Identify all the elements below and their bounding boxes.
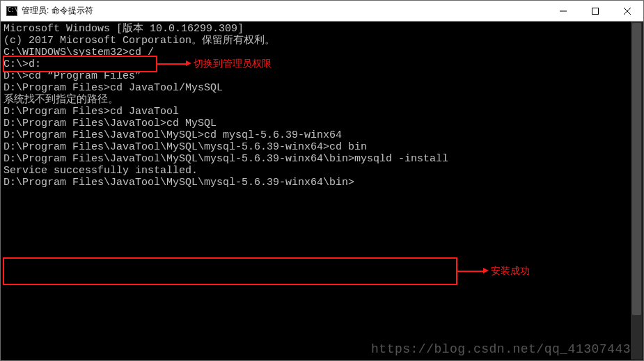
terminal-line: 系统找不到指定的路径。 xyxy=(3,94,641,106)
terminal-line: Microsoft Windows [版本 10.0.16299.309] xyxy=(3,23,641,35)
terminal-line: Service successfully installed. xyxy=(3,165,641,177)
svg-rect-1 xyxy=(592,8,599,15)
cmd-icon: C:\ xyxy=(6,6,17,16)
terminal-line: D:\Program Files\JavaTool\MySQL>cd mysql… xyxy=(3,129,641,141)
terminal-line: C:\>d: xyxy=(3,58,641,70)
terminal-output[interactable]: Microsoft Windows [版本 10.0.16299.309](c)… xyxy=(1,22,643,360)
scrollbar-vertical[interactable] xyxy=(631,22,643,360)
terminal-line: C:\WINDOWS\system32>cd / xyxy=(3,47,641,58)
terminal-line: D:\Program Files\JavaTool\MySQL\mysql-5.… xyxy=(3,153,641,165)
window-title: 管理员: 命令提示符 xyxy=(22,5,93,17)
close-button[interactable] xyxy=(611,1,643,22)
terminal-line: (c) 2017 Microsoft Corporation。保留所有权利。 xyxy=(3,35,641,47)
maximize-button[interactable] xyxy=(579,1,611,22)
cmd-window: C:\ 管理员: 命令提示符 Microsoft Windows [版本 10.… xyxy=(0,0,644,361)
scrollbar-thumb[interactable] xyxy=(632,23,641,315)
window-controls xyxy=(547,1,643,22)
terminal-line: D:\Program Files\JavaTool\MySQL\mysql-5.… xyxy=(3,141,641,153)
terminal-line: D:\Program Files\JavaTool\MySQL\mysql-5.… xyxy=(3,177,641,188)
minimize-button[interactable] xyxy=(547,1,579,22)
terminal-line: D:\Program Files>cd JavaTool xyxy=(3,106,641,118)
terminal-line: D:\>cd “Program Files” xyxy=(3,70,641,82)
terminal-line: D:\Program Files\JavaTool>cd MySQL xyxy=(3,118,641,129)
terminal-line: D:\Program Files>cd JavaTool/MysSQL xyxy=(3,82,641,94)
titlebar[interactable]: C:\ 管理员: 命令提示符 xyxy=(1,1,643,22)
